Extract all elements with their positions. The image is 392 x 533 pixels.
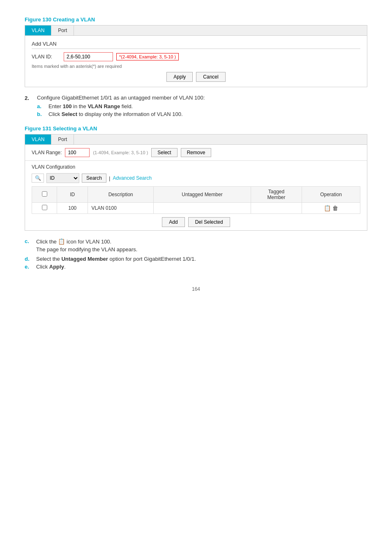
cancel-button-130[interactable]: Cancel [196,72,225,82]
vlan-config-section: VLAN Configuration 🔍 ID Search | Advance… [25,160,367,230]
col-tagged-member: TaggedMember [251,187,302,203]
vlan-range-hint: (1-4094, Example: 3, 5-10 ) [93,150,148,155]
step-d-text: Select the Untagged Member option for po… [36,256,196,262]
table-header-row: ID Description Untagged Member TaggedMem… [32,187,360,203]
figure-131-tab-bar: VLAN Port [25,134,367,145]
step-a: a. Enter 100 in the VLAN Range field. [37,103,205,109]
search-button[interactable]: Search [82,174,106,183]
del-selected-button-131[interactable]: Del Selected [188,217,230,227]
advanced-search-link[interactable]: Advanced Search [113,175,152,181]
edit-icon[interactable]: 📋 [324,205,331,211]
step-c-text: Click the 📋 icon for VLAN 100. [36,238,111,245]
step-c-letter: c. [25,238,33,245]
row-checkbox[interactable] [42,205,47,210]
row-description-cell: VLAN 0100 [88,203,154,214]
figure-130-button-row: Apply Cancel [32,72,360,82]
row-checkbox-cell [32,203,57,214]
add-vlan-title: Add VLAN [32,41,360,49]
search-icon: 🔍 [32,174,44,183]
operation-icons: 📋 🗑 [305,205,357,211]
step-d: d. Select the Untagged Member option for… [25,256,367,262]
instructions-section: 2. Configure GigabitEthernet 1/0/1 as an… [25,95,367,119]
add-button-131[interactable]: Add [162,217,184,227]
row-operation-cell: 📋 🗑 [302,203,360,214]
step-c-sub: The page for modifying the VLAN appears. [25,246,367,253]
step-c: c. Click the 📋 icon for VLAN 100. [25,238,367,245]
vlan-id-hint: *(2-4094, Example: 3, 5-10 ) [116,53,179,60]
figure-131-ui-box: VLAN Port VLAN Range: (1-4094, Example: … [25,134,367,231]
tab-port-130[interactable]: Port [51,25,74,35]
step-b: b. Click Select to display only the info… [37,111,205,117]
step-e: e. Click Apply. [25,264,367,270]
tab-vlan-130[interactable]: VLAN [25,25,51,35]
col-id: ID [57,187,88,203]
figure-130-title: Figure 130 Creating a VLAN [25,16,367,23]
step-a-text: Enter 100 in the VLAN Range field. [48,103,133,109]
step-e-letter: e. [25,264,33,270]
col-untagged-member: Untagged Member [154,187,251,203]
table-row: 100 VLAN 0100 📋 🗑 [32,203,360,214]
col-checkbox [32,187,57,203]
sub-instructions: a. Enter 100 in the VLAN Range field. b.… [37,103,205,117]
figure-131-title: Figure 131 Selecting a VLAN [25,125,367,132]
step-b-text: Click Select to display only the informa… [48,111,183,117]
required-note: Items marked with an asterisk(*) are req… [32,64,360,69]
row-id-cell: 100 [57,203,88,214]
vlan-table: ID Description Untagged Member TaggedMem… [32,186,360,214]
vlan-range-label: VLAN Range: [32,150,62,155]
figure-131-section: Figure 131 Selecting a VLAN VLAN Port VL… [25,125,367,231]
apply-button-130[interactable]: Apply [166,72,193,82]
header-checkbox[interactable] [42,191,47,197]
step-d-letter: d. [25,256,33,262]
step-c-sub-text: The page for modifying the VLAN appears. [36,246,137,253]
step-2: 2. Configure GigabitEthernet 1/0/1 as an… [25,95,367,119]
step-b-letter: b. [37,111,45,117]
step-e-text: Click Apply. [36,264,66,270]
row-tagged-cell [251,203,302,214]
col-description: Description [88,187,154,203]
row-untagged-cell [154,203,251,214]
select-button-131[interactable]: Select [151,148,177,157]
edit-inline-icon: 📋 [58,238,65,245]
step-2-content: Configure GigabitEthernet 1/0/1 as an un… [37,95,205,119]
figure-130-section: Figure 130 Creating a VLAN VLAN Port Add… [25,16,367,87]
page-number: 164 [25,286,367,292]
pipe-separator: | [109,175,110,181]
remove-button-131[interactable]: Remove [181,148,212,157]
step-2-num: 2. [25,95,33,101]
vlan-id-label: VLAN ID: [32,54,60,60]
vlan-id-input[interactable] [64,52,113,61]
steps-cde-section: c. Click the 📋 icon for VLAN 100. The pa… [25,238,367,270]
search-select[interactable]: ID [46,173,79,183]
vlan-config-title: VLAN Configuration [32,164,360,170]
table-action-row: Add Del Selected [32,217,360,227]
search-row: 🔍 ID Search | Advanced Search [32,173,360,183]
delete-icon[interactable]: 🗑 [332,205,338,211]
step-a-letter: a. [37,103,45,109]
figure-130-tab-bar: VLAN Port [25,25,367,36]
figure-130-ui-box: VLAN Port Add VLAN VLAN ID: *(2-4094, Ex… [25,25,367,87]
tab-port-131[interactable]: Port [51,134,74,144]
vlan-id-row: VLAN ID: *(2-4094, Example: 3, 5-10 ) [32,52,360,61]
figure-130-form-area: Add VLAN VLAN ID: *(2-4094, Example: 3, … [25,36,367,87]
col-operation: Operation [302,187,360,203]
tab-vlan-131[interactable]: VLAN [25,134,51,144]
step-2-text: Configure GigabitEthernet 1/0/1 as an un… [37,95,205,101]
vlan-range-row: VLAN Range: (1-4094, Example: 3, 5-10 ) … [25,145,367,160]
vlan-range-input[interactable] [65,148,90,157]
